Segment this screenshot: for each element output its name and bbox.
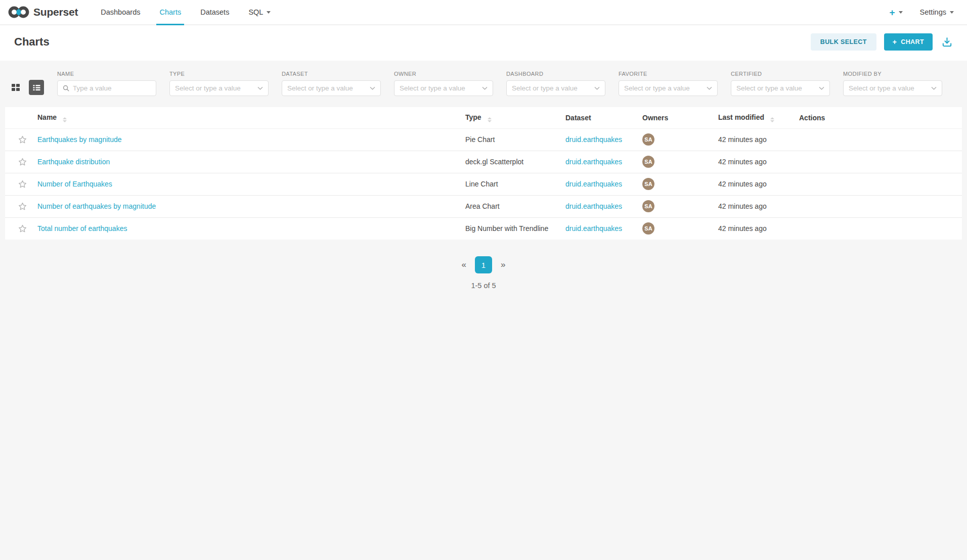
filter-owner: OWNER Select or type a value xyxy=(394,71,493,96)
nav-item-charts[interactable]: Charts xyxy=(150,0,191,24)
filter-label: CERTIFIED xyxy=(731,71,830,77)
grid-view-icon xyxy=(11,83,20,92)
plus-icon: + xyxy=(893,38,897,46)
page-1-button[interactable]: 1 xyxy=(475,256,492,273)
column-header-type[interactable]: Type xyxy=(461,107,561,128)
filter-name: NAME xyxy=(57,71,156,96)
owner-avatar[interactable]: SA xyxy=(642,222,654,235)
favorite-star-icon[interactable] xyxy=(18,180,27,189)
filter-dashboard: DASHBOARD Select or type a value xyxy=(506,71,605,96)
filter-modified-by: MODIFIED BY Select or type a value xyxy=(843,71,942,96)
chart-name-link[interactable]: Earthquake distribution xyxy=(37,158,110,166)
last-modified: 42 minutes ago xyxy=(714,128,795,151)
charts-list-card: Name Type Dataset Owners Last modified xyxy=(5,107,962,240)
column-header-last-modified[interactable]: Last modified xyxy=(714,107,795,128)
chart-name-link[interactable]: Number of Earthquakes xyxy=(37,180,112,188)
charts-table: Name Type Dataset Owners Last modified xyxy=(5,107,962,240)
filter-label: OWNER xyxy=(394,71,493,77)
pagination-summary: 1-5 of 5 xyxy=(0,282,967,290)
dashboard-filter-select[interactable]: Select or type a value xyxy=(506,80,605,96)
filter-label: MODIFIED BY xyxy=(843,71,942,77)
dataset-link[interactable]: druid.earthquakes xyxy=(565,224,622,232)
chart-name-link[interactable]: Earthquakes by magnitude xyxy=(37,135,122,144)
prev-page-button[interactable]: « xyxy=(462,260,466,270)
search-icon xyxy=(63,85,69,91)
filter-label: DASHBOARD xyxy=(506,71,605,77)
chart-type: Pie Chart xyxy=(461,128,561,151)
chart-type: Big Number with Trendline xyxy=(461,217,561,240)
pagination: « 1 » xyxy=(0,256,967,273)
column-header-actions: Actions xyxy=(795,107,962,128)
table-row: Earthquakes by magnitude Pie Chart druid… xyxy=(5,128,962,151)
table-header-row: Name Type Dataset Owners Last modified xyxy=(5,107,962,128)
filter-dataset: DATASET Select or type a value xyxy=(282,71,381,96)
page-title: Charts xyxy=(14,35,50,49)
favorite-filter-select[interactable]: Select or type a value xyxy=(619,80,718,96)
caret-down-icon xyxy=(267,11,271,14)
favorite-star-icon[interactable] xyxy=(18,202,27,211)
row-actions xyxy=(795,173,962,195)
type-filter-select[interactable]: Select or type a value xyxy=(169,80,269,96)
export-charts-button[interactable] xyxy=(940,35,954,49)
list-view-toggle[interactable] xyxy=(29,80,44,95)
sort-icon xyxy=(63,117,67,122)
chart-name-link[interactable]: Number of earthquakes by magnitude xyxy=(37,202,156,210)
dataset-link[interactable]: druid.earthquakes xyxy=(565,135,622,144)
download-icon xyxy=(941,36,953,48)
last-modified: 42 minutes ago xyxy=(714,173,795,195)
owner-avatar[interactable]: SA xyxy=(642,178,654,190)
top-navbar: Superset Dashboards Charts Datasets SQL … xyxy=(0,0,967,25)
column-header-name[interactable]: Name xyxy=(33,107,461,128)
name-filter-input[interactable] xyxy=(73,84,151,92)
dataset-link[interactable]: druid.earthquakes xyxy=(565,180,622,188)
card-view-toggle[interactable] xyxy=(8,80,23,95)
owner-avatar[interactable]: SA xyxy=(642,200,654,212)
row-actions xyxy=(795,217,962,240)
favorite-star-icon[interactable] xyxy=(18,135,27,144)
owner-avatar[interactable]: SA xyxy=(642,133,654,146)
table-row: Total number of earthquakes Big Number w… xyxy=(5,217,962,240)
filter-type: TYPE Select or type a value xyxy=(169,71,269,96)
sort-icon xyxy=(488,117,492,122)
owner-avatar[interactable]: SA xyxy=(642,156,654,168)
filter-bar: NAME TYPE Select or type a value DATASET… xyxy=(0,61,967,96)
favorite-star-icon[interactable] xyxy=(18,158,27,166)
main-nav: Dashboards Charts Datasets SQL xyxy=(91,0,280,24)
bulk-select-button[interactable]: BULK SELECT xyxy=(811,33,876,51)
filter-label: FAVORITE xyxy=(619,71,718,77)
add-chart-button[interactable]: + CHART xyxy=(884,33,933,51)
owner-filter-select[interactable]: Select or type a value xyxy=(394,80,493,96)
table-row: Number of Earthquakes Line Chart druid.e… xyxy=(5,173,962,195)
chevron-down-icon xyxy=(707,86,712,90)
superset-infinity-icon xyxy=(8,5,29,20)
chart-type: Area Chart xyxy=(461,195,561,217)
chevron-down-icon xyxy=(594,86,600,90)
nav-item-dashboards[interactable]: Dashboards xyxy=(91,0,150,24)
filter-certified: CERTIFIED Select or type a value xyxy=(731,71,830,96)
chart-name-link[interactable]: Total number of earthquakes xyxy=(37,224,127,232)
dataset-link[interactable]: druid.earthquakes xyxy=(565,158,622,166)
settings-menu[interactable]: Settings xyxy=(920,8,954,16)
next-page-button[interactable]: » xyxy=(501,260,505,270)
last-modified: 42 minutes ago xyxy=(714,151,795,173)
filter-favorite: FAVORITE Select or type a value xyxy=(619,71,718,96)
brand-name: Superset xyxy=(33,6,78,18)
dataset-filter-select[interactable]: Select or type a value xyxy=(282,80,381,96)
chevron-down-icon xyxy=(931,86,937,90)
filter-label: NAME xyxy=(57,71,156,77)
table-row: Earthquake distribution deck.gl Scatterp… xyxy=(5,151,962,173)
modified-by-filter-select[interactable]: Select or type a value xyxy=(843,80,942,96)
column-header-dataset: Dataset xyxy=(561,107,638,128)
nav-item-sql[interactable]: SQL xyxy=(239,0,280,24)
superset-logo[interactable]: Superset xyxy=(8,0,78,24)
new-item-menu[interactable]: + xyxy=(889,8,902,17)
nav-item-datasets[interactable]: Datasets xyxy=(191,0,239,24)
page-header: Charts BULK SELECT + CHART xyxy=(0,25,967,61)
column-header-owners: Owners xyxy=(638,107,714,128)
certified-filter-select[interactable]: Select or type a value xyxy=(731,80,830,96)
dataset-link[interactable]: druid.earthquakes xyxy=(565,202,622,210)
row-actions xyxy=(795,128,962,151)
favorite-star-icon[interactable] xyxy=(18,224,27,233)
sort-icon xyxy=(770,117,774,122)
list-view-icon xyxy=(32,83,41,92)
